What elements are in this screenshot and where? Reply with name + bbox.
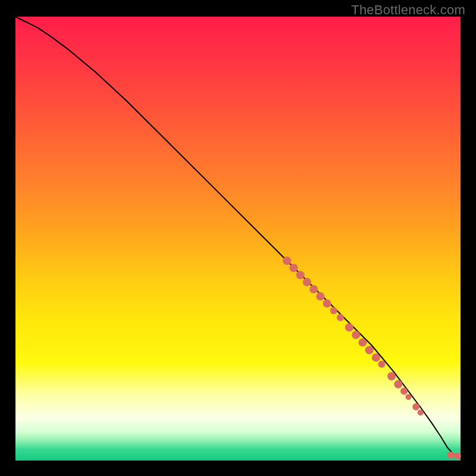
marker-point [412, 403, 419, 411]
marker-point [330, 307, 337, 314]
plot-background [15, 17, 461, 461]
marker-point [387, 372, 396, 380]
marker-point [406, 394, 412, 400]
marker-point [418, 409, 424, 415]
marker-point [283, 256, 291, 265]
marker-point [400, 388, 408, 395]
marker-point [309, 285, 318, 293]
watermark-text: TheBottleneck.com [351, 2, 465, 18]
marker-point [372, 353, 380, 362]
marker-point [378, 361, 386, 368]
marker-point [345, 323, 353, 331]
marker-point [296, 271, 305, 279]
marker-point [365, 346, 374, 354]
marker-point [454, 453, 461, 460]
chart-stage: TheBottleneck.com [0, 0, 476, 476]
marker-point [358, 339, 367, 347]
marker-point [447, 452, 455, 459]
marker-point [337, 314, 344, 321]
marker-point [303, 278, 311, 286]
marker-point [394, 380, 402, 389]
chart-svg [0, 0, 476, 476]
marker-point [323, 299, 331, 308]
marker-point [316, 292, 324, 300]
marker-point [352, 331, 360, 339]
marker-point [290, 264, 298, 272]
